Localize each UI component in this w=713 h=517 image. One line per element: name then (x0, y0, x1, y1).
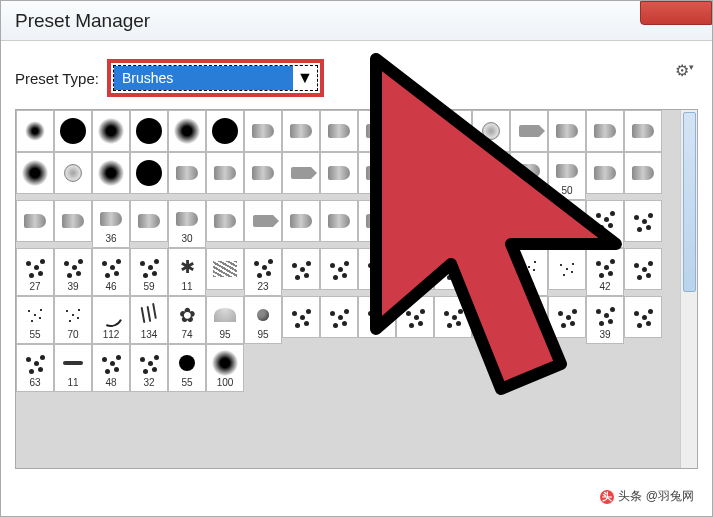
brush-cell[interactable] (624, 248, 662, 290)
brush-cell[interactable] (472, 110, 510, 152)
brush-cell[interactable]: 32 (130, 344, 168, 392)
brush-cell[interactable] (206, 152, 244, 194)
brush-cell[interactable] (548, 296, 586, 338)
brush-cell[interactable] (396, 110, 434, 152)
brush-thumb-icon (96, 300, 126, 330)
brush-cell[interactable] (282, 248, 320, 290)
brush-cell[interactable] (586, 152, 624, 194)
brush-cell[interactable] (92, 110, 130, 152)
window-close-button[interactable] (640, 1, 712, 25)
brush-cell[interactable] (244, 152, 282, 194)
brush-cell[interactable] (206, 248, 244, 290)
brush-cell[interactable] (434, 110, 472, 152)
brush-cell[interactable] (168, 110, 206, 152)
brush-cell[interactable] (282, 110, 320, 152)
brush-cell[interactable]: 23 (244, 248, 282, 296)
brush-cell[interactable] (472, 248, 510, 290)
brush-cell[interactable] (282, 152, 320, 194)
brush-cell[interactable]: 33 (510, 248, 548, 296)
brush-cell[interactable] (358, 296, 396, 338)
brush-cell[interactable] (548, 248, 586, 290)
brush-cell[interactable]: 25 (510, 152, 548, 200)
brush-cell[interactable]: 63 (510, 296, 548, 344)
scrollbar-thumb[interactable] (683, 112, 696, 292)
brush-cell[interactable]: 100 (206, 344, 244, 392)
brush-cell[interactable]: 55 (168, 344, 206, 392)
brush-cell[interactable] (472, 200, 510, 242)
brush-cell[interactable] (358, 248, 396, 290)
brush-cell[interactable] (168, 152, 206, 194)
brush-cell[interactable] (548, 110, 586, 152)
brush-cell[interactable]: 39 (586, 296, 624, 344)
brush-cell[interactable]: 42 (586, 248, 624, 296)
brush-cell[interactable] (320, 152, 358, 194)
brush-cell[interactable] (358, 152, 396, 194)
brush-cell[interactable] (16, 152, 54, 194)
brush-cell[interactable] (16, 110, 54, 152)
brush-cell[interactable] (282, 200, 320, 242)
brush-cell[interactable] (624, 296, 662, 338)
brush-cell[interactable] (396, 248, 434, 290)
brush-cell[interactable] (624, 110, 662, 152)
preset-type-dropdown[interactable]: Brushes ▼ (113, 65, 318, 91)
brush-cell[interactable] (54, 152, 92, 194)
brush-cell[interactable]: 30 (168, 200, 206, 248)
brush-cell[interactable]: 14 (548, 200, 586, 248)
brush-cell[interactable]: 59 (130, 248, 168, 296)
brush-cell[interactable]: 55 (16, 296, 54, 344)
brush-cell[interactable]: 39 (54, 248, 92, 296)
brush-cell[interactable]: 63 (16, 344, 54, 392)
brush-cell[interactable] (510, 110, 548, 152)
brush-cell[interactable]: 24 (586, 200, 624, 248)
brush-cell[interactable] (434, 296, 472, 338)
brush-cell[interactable]: 27 (16, 248, 54, 296)
brush-cell[interactable] (206, 110, 244, 152)
brush-cell[interactable]: 36 (92, 200, 130, 248)
brush-cell[interactable] (54, 110, 92, 152)
brush-cell[interactable] (16, 200, 54, 242)
brush-cell[interactable] (396, 296, 434, 338)
vertical-scrollbar[interactable] (680, 110, 697, 468)
brush-cell[interactable]: 95 (244, 296, 282, 344)
brush-cell[interactable] (434, 248, 472, 290)
brush-cell[interactable] (320, 248, 358, 290)
brush-cell[interactable] (130, 152, 168, 194)
brush-cell[interactable] (586, 110, 624, 152)
brush-cell[interactable] (396, 200, 434, 242)
brush-cell[interactable] (472, 296, 510, 338)
brush-cell[interactable] (320, 296, 358, 338)
brush-cell[interactable] (282, 296, 320, 338)
brush-cell[interactable] (54, 200, 92, 242)
brush-cell[interactable] (244, 110, 282, 152)
brush-thumb-icon (58, 252, 88, 282)
brush-cell[interactable] (320, 200, 358, 242)
brush-cell[interactable] (624, 152, 662, 194)
gear-icon[interactable]: ⚙▾ (675, 61, 694, 80)
brush-cell[interactable]: 11 (54, 344, 92, 392)
brush-cell[interactable]: 48 (92, 344, 130, 392)
brush-thumb-icon (134, 206, 164, 236)
brush-cell[interactable] (358, 110, 396, 152)
brush-cell[interactable] (320, 110, 358, 152)
brush-cell[interactable] (206, 200, 244, 242)
brush-thumb-icon (552, 302, 582, 332)
brush-cell[interactable] (244, 200, 282, 242)
brush-cell[interactable]: 112 (92, 296, 130, 344)
brush-cell[interactable]: 46 (92, 248, 130, 296)
brush-cell[interactable] (396, 152, 434, 194)
brush-cell[interactable]: ✿74 (168, 296, 206, 344)
brush-cell[interactable] (130, 200, 168, 242)
brush-cell[interactable]: 134 (130, 296, 168, 344)
brush-cell[interactable] (434, 200, 472, 242)
brush-cell[interactable]: ✱11 (168, 248, 206, 296)
brush-cell[interactable] (472, 152, 510, 194)
brush-cell[interactable]: 70 (54, 296, 92, 344)
brush-cell[interactable]: 95 (206, 296, 244, 344)
brush-cell[interactable] (434, 152, 472, 194)
brush-cell[interactable]: 45 (510, 200, 548, 248)
brush-cell[interactable] (92, 152, 130, 194)
brush-cell[interactable] (130, 110, 168, 152)
brush-cell[interactable] (624, 200, 662, 242)
brush-cell[interactable] (358, 200, 396, 242)
brush-cell[interactable]: 50 (548, 152, 586, 200)
